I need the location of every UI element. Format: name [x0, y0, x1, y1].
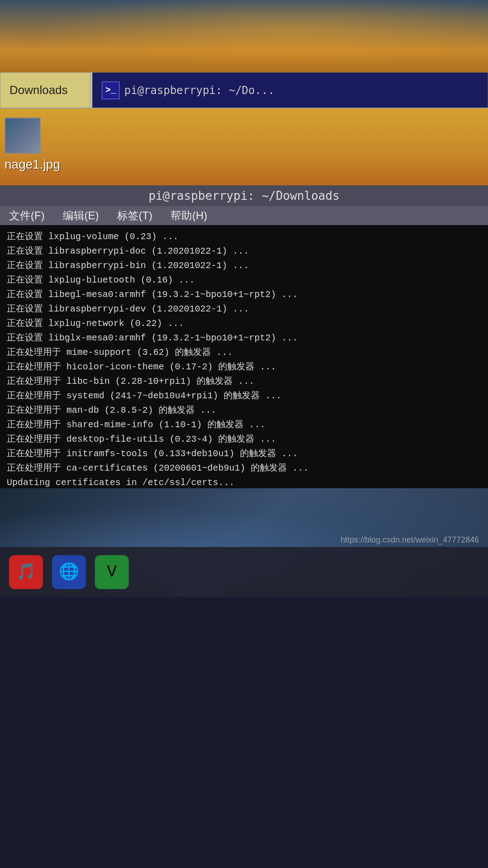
- terminal-output-line: 正在处理用于 desktop-file-utils (0.23-4) 的触发器 …: [7, 432, 481, 447]
- tab-downloads-label: Downloads: [9, 83, 68, 97]
- terminal-content: 正在设置 lxplug-volume (0.23) ...正在设置 libras…: [0, 225, 488, 488]
- terminal-output-line: 正在设置 lxplug-bluetooth (0.16) ...: [7, 273, 481, 288]
- tab-terminal[interactable]: >_ pi@raspberrypi: ~/Do...: [92, 72, 488, 108]
- terminal-output-line: 正在设置 libglx-mesa0:armhf (19.3.2-1~bpo10+…: [7, 331, 481, 345]
- terminal-titlebar: pi@raspberrypi: ~/Downloads: [0, 185, 488, 206]
- terminal-output-line: 正在设置 libegl-mesa0:armhf (19.3.2-1~bpo10+…: [7, 288, 481, 302]
- terminal-title: pi@raspberrypi: ~/Downloads: [149, 189, 340, 203]
- file-manager-area: nage1.jpg: [0, 108, 488, 185]
- terminal-output-line: 正在处理用于 mime-support (3.62) 的触发器 ...: [7, 345, 481, 360]
- taskbar: Downloads >_ pi@raspberrypi: ~/Do...: [0, 72, 488, 108]
- terminal-output-line: 正在处理用于 shared-mime-info (1.10-1) 的触发器 ..…: [7, 418, 481, 432]
- terminal-output-line: 正在处理用于 man-db (2.8.5-2) 的触发器 ...: [7, 403, 481, 418]
- terminal-tab-icon: >_: [102, 81, 120, 99]
- image-filename: nage1.jpg: [5, 157, 60, 172]
- terminal-output-line: 正在设置 lxplug-volume (0.23) ...: [7, 230, 481, 244]
- dock: 🎵 🌐 V: [0, 547, 488, 597]
- menu-tabs[interactable]: 标签(T): [117, 208, 153, 223]
- terminal-menubar: 文件(F) 编辑(E) 标签(T) 帮助(H): [0, 206, 488, 225]
- terminal-output-line: 正在设置 libraspberrypi-bin (1.20201022-1) .…: [7, 259, 481, 273]
- terminal-output-line: 正在处理用于 hicolor-icon-theme (0.17-2) 的触发器 …: [7, 360, 481, 374]
- terminal-output-line: 正在设置 libraspberrypi-dev (1.20201022-1) .…: [7, 302, 481, 316]
- tab-terminal-label: pi@raspberrypi: ~/Do...: [124, 84, 274, 97]
- terminal-output-line: 正在设置 lxplug-network (0.22) ...: [7, 316, 481, 331]
- terminal-output-line: 正在处理用于 libc-bin (2.28-10+rpi1) 的触发器 ...: [7, 374, 481, 389]
- terminal-output-line: 正在处理用于 initramfs-tools (0.133+deb10u1) 的…: [7, 447, 481, 461]
- terminal-output-line: 正在处理用于 systemd (241-7~deb10u4+rpi1) 的触发器…: [7, 389, 481, 403]
- dock-icon-music[interactable]: 🎵: [9, 555, 43, 589]
- menu-file[interactable]: 文件(F): [9, 208, 45, 223]
- terminal-output-line: 正在设置 libraspberrypi-doc (1.20201022-1) .…: [7, 244, 481, 259]
- menu-edit[interactable]: 编辑(E): [63, 208, 99, 223]
- menu-help[interactable]: 帮助(H): [170, 208, 207, 223]
- top-photo-background: [0, 0, 488, 72]
- terminal-window: pi@raspberrypi: ~/Downloads 文件(F) 编辑(E) …: [0, 185, 488, 488]
- watermark: https://blog.csdn.net/weixin_47772846: [341, 535, 479, 545]
- terminal-output-line: 正在处理用于 ca-certificates (20200601~deb9u1)…: [7, 461, 481, 476]
- dock-icon-browser[interactable]: 🌐: [52, 555, 86, 589]
- bottom-photo-background: 🎵 🌐 V https://blog.csdn.net/weixin_47772…: [0, 488, 488, 597]
- image-thumbnail[interactable]: [5, 118, 41, 154]
- dock-icon-editor[interactable]: V: [95, 555, 129, 589]
- tab-downloads[interactable]: Downloads: [0, 72, 90, 108]
